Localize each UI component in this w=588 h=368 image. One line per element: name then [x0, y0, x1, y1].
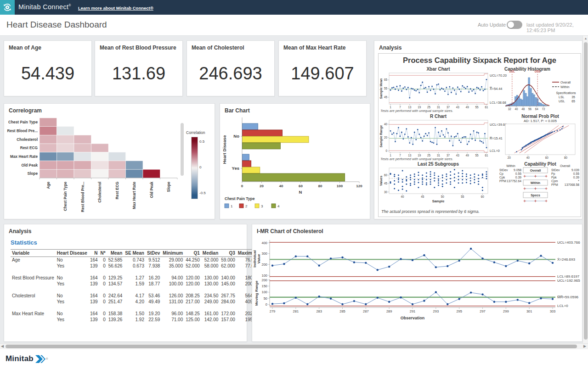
kpi-card-mean-rbp: Mean of Rest Blood Pressure 131.69 — [95, 40, 183, 96]
correlation-legend-title: Correlation — [186, 130, 205, 135]
horizontal-scrollbar[interactable]: ◀ ▶ — [0, 343, 588, 349]
svg-text:Tests are performed with unequ: Tests are performed with unequal sample … — [380, 109, 453, 113]
minitab-chevron-icon — [35, 355, 45, 363]
svg-text:40: 40 — [384, 123, 388, 126]
svg-text:19: 19 — [418, 106, 421, 109]
svg-text:*: * — [578, 179, 579, 183]
horizontal-scroll-thumb[interactable] — [6, 345, 577, 348]
panel-title: Analysis — [9, 228, 31, 234]
bar-Yes-4 — [243, 173, 345, 181]
kpi-card-mean-mhr: Mean of Max Heart Rate 149.607 — [278, 40, 367, 96]
svg-text:Yes: Yes — [232, 166, 239, 171]
table-row: Yes1390251.474.2049.49131.00217.00249.00… — [11, 299, 260, 305]
footer: Minitab ® — [0, 349, 588, 368]
svg-text:35: 35 — [571, 95, 575, 99]
svg-text:64: 64 — [535, 107, 539, 111]
learn-more-link[interactable]: Learn more about Minitab Connect® — [78, 6, 153, 11]
svg-text:200: 200 — [261, 278, 267, 282]
bar-No-1 — [243, 123, 258, 130]
vertical-scroll-thumb[interactable] — [584, 42, 588, 340]
svg-text:0: 0 — [385, 149, 387, 152]
svg-text:43: 43 — [456, 154, 460, 157]
svg-text:LCL=0: LCL=0 — [557, 304, 568, 308]
svg-text:45: 45 — [421, 195, 424, 198]
svg-text:LCL=0: LCL=0 — [490, 149, 500, 153]
capability-histogram: LSLUSL324048566472 — [505, 70, 549, 111]
svg-text:0.55: 0.55 — [573, 172, 579, 175]
svg-text:49: 49 — [466, 106, 469, 109]
svg-text:Specs: Specs — [531, 194, 540, 197]
page-header: Heart Disease Dashboard Auto Update last… — [0, 15, 588, 36]
svg-text:0.39: 0.39 — [573, 176, 579, 179]
kpi-value: 246.693 — [187, 64, 274, 84]
svg-text:Tests are performed with unequ: Tests are performed with unequal sample … — [380, 157, 453, 161]
svg-text:297: 297 — [480, 309, 486, 313]
correlogram-heatmap: Chest Pain TypeRest Blood Pre...Choleste… — [4, 117, 215, 220]
sixpack-charts: Xbar Chart45556517131925313743495561Samp… — [379, 67, 581, 218]
statistics-heading[interactable]: Statistics — [11, 239, 37, 246]
svg-text:7: 7 — [399, 106, 401, 109]
kpi-label: Mean of Rest Blood Pressure — [100, 45, 176, 51]
colorbar-tick: -0.5 — [199, 191, 206, 195]
correlogram-scrollbar[interactable] — [181, 123, 184, 176]
svg-text:100: 100 — [261, 273, 267, 278]
vertical-scrollbar[interactable]: ▲ — [582, 36, 588, 343]
svg-text:Cpk: Cpk — [499, 176, 505, 179]
svg-text:Max Heart Rate: Max Heart Rate — [132, 182, 136, 209]
svg-text:2: 2 — [245, 204, 248, 208]
panel-title: I-MR Chart of Cholesterol — [257, 228, 323, 234]
scroll-left-arrow[interactable]: ◀ — [1, 344, 4, 348]
auto-update-toggle[interactable] — [507, 21, 522, 29]
normal-prob-plot: 20406080 — [505, 124, 575, 159]
svg-text:283: 283 — [316, 309, 322, 313]
svg-text:M̅R̅=59.0596: M̅R̅=59.0596 — [557, 295, 579, 299]
statistics-table: VariableHeart DiseaseNN*MeanSE MeanStDev… — [11, 249, 260, 323]
minitab-connect-logo-icon[interactable] — [0, 0, 15, 15]
scroll-up-arrow[interactable]: ▲ — [583, 37, 588, 40]
scroll-right-arrow[interactable]: ▶ — [583, 344, 586, 348]
svg-text:150: 150 — [261, 284, 267, 288]
svg-text:PPM: PPM — [499, 179, 506, 183]
table-header-row: VariableHeart DiseaseNN*MeanSE MeanStDev… — [11, 250, 260, 257]
svg-text:37: 37 — [447, 154, 450, 157]
bar-No-2 — [243, 130, 283, 136]
svg-text:9.039: 9.039 — [571, 168, 579, 172]
svg-text:Cholesterol: Cholesterol — [17, 137, 38, 142]
imr-chart-panel: I-MR Chart of Cholesterol 100200300400UC… — [252, 224, 582, 342]
table-row: AgeNo164052.5850.7439.51229.00044.25052.… — [11, 257, 260, 263]
svg-text:0.39: 0.39 — [515, 176, 521, 179]
footer-brand-text: Minitab — [6, 354, 34, 363]
minitab-footer-logo: Minitab ® — [6, 354, 48, 363]
table-row: Yes139056.6260.6737.93835.00052.00058.00… — [11, 263, 260, 269]
svg-text:80: 80 — [564, 156, 568, 159]
svg-text:9.058: 9.058 — [514, 168, 521, 172]
svg-text:40: 40 — [514, 107, 518, 111]
svg-text:Slope: Slope — [27, 171, 38, 176]
kpi-label: Mean of Age — [9, 45, 41, 51]
svg-text:289: 289 — [386, 309, 392, 313]
svg-text:56: 56 — [528, 107, 532, 111]
svg-text:40: 40 — [526, 156, 530, 159]
svg-text:N: N — [299, 190, 302, 195]
svg-text:13: 13 — [408, 106, 412, 109]
svg-text:LSL: LSL — [559, 95, 565, 99]
capability-plot: OverallWithinSpecsWithinStDev9.058Cp0.55… — [499, 164, 579, 202]
svg-text:Chest Pain Type: Chest Pain Type — [225, 196, 255, 201]
svg-text:20: 20 — [260, 184, 264, 188]
footer-reg-mark: ® — [46, 357, 48, 360]
svg-text:1: 1 — [390, 106, 391, 109]
svg-text:303: 303 — [550, 309, 556, 313]
svg-text:R Chart: R Chart — [430, 114, 447, 119]
svg-text:USL: USL — [559, 100, 565, 103]
svg-text:65: 65 — [571, 100, 575, 103]
svg-text:PPM: PPM — [551, 183, 558, 186]
svg-text:Ppk: Ppk — [551, 176, 557, 179]
svg-text:Sample: Sample — [432, 199, 445, 203]
bar-Yes-3 — [243, 167, 260, 173]
svg-text:Pp: Pp — [551, 172, 555, 176]
kpi-value: 149.607 — [279, 64, 366, 84]
svg-text:65: 65 — [384, 78, 388, 81]
svg-text:301: 301 — [526, 309, 532, 313]
svg-text:No: No — [233, 134, 239, 139]
colorbar-tick: 0 — [199, 165, 201, 169]
